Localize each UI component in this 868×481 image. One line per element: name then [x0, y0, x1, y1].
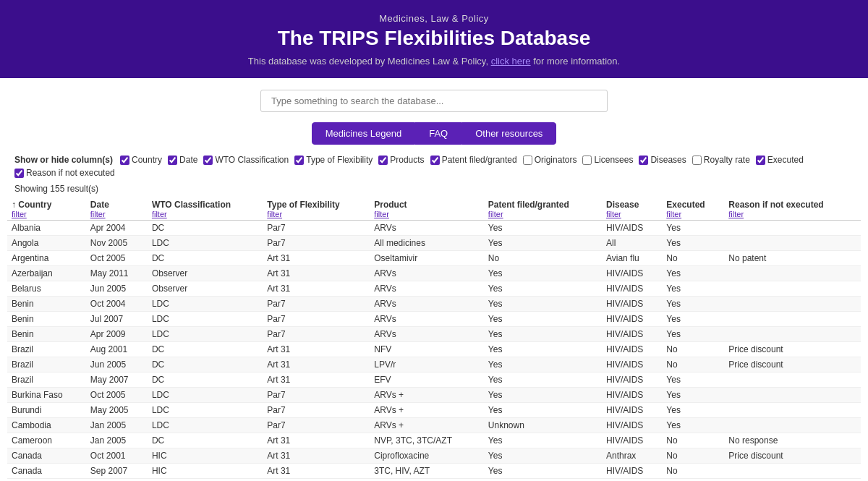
table-cell: ARVs + [370, 388, 484, 403]
table-cell: DC [148, 251, 263, 266]
table-row: BurundiMay 2005LDCPar7ARVs +YesHIV/AIDSY… [7, 403, 861, 418]
table-row: CanadaSep 2007HICArt 313TC, HIV, AZTYesH… [7, 464, 861, 479]
table-cell: Avian flu [602, 251, 662, 266]
table-cell: HIV/AIDS [602, 464, 662, 479]
filter-link-reason-if-not-executed[interactable]: filter [728, 210, 856, 218]
toggle-text-col-licensees: Licensees [594, 155, 633, 165]
table-cell: Oseltamivir [370, 251, 484, 266]
filter-link-executed[interactable]: filter [666, 210, 720, 218]
col-header-patent-filed/granted: Patent filed/grantedfilter [484, 197, 602, 221]
table-cell: Oct 2005 [86, 388, 148, 403]
table-cell: Canada [7, 448, 86, 464]
toggle-checkbox-col-date[interactable] [168, 156, 177, 165]
toggle-text-col-flex: Type of Flexibility [306, 155, 373, 165]
table-cell: May 2011 [86, 266, 148, 281]
toggle-label-col-wto[interactable]: WTO Classification [203, 155, 289, 165]
nav-btn-medicines-legend[interactable]: Medicines Legend [312, 122, 416, 145]
toggle-label-col-products[interactable]: Products [378, 155, 424, 165]
toggle-label-col-patent[interactable]: Patent filed/granted [430, 155, 517, 165]
table-cell: No [662, 251, 724, 266]
toggle-checkbox-col-flex[interactable] [294, 156, 304, 165]
toggle-label-col-executed[interactable]: Executed [756, 155, 804, 165]
filter-link-↑-country[interactable]: filter [12, 210, 82, 218]
col-header-reason-if-not-executed: Reason if not executedfilter [724, 197, 861, 221]
table-cell: ARVs [370, 281, 484, 297]
toggle-checkbox-col-royalty[interactable] [692, 156, 702, 165]
toggle-checkbox-col-licensees[interactable] [582, 156, 592, 165]
toggle-text-col-patent: Patent filed/granted [442, 155, 517, 165]
filter-link-date[interactable]: filter [90, 210, 143, 218]
table-cell: NFV [370, 342, 484, 357]
toggle-label-col-originators[interactable]: Originators [523, 155, 577, 165]
table-cell: Observer [148, 281, 263, 297]
table-cell: Yes [484, 221, 602, 236]
toggle-label-col-date[interactable]: Date [168, 155, 197, 165]
table-cell: Art 31 [263, 448, 370, 464]
table-cell: Yes [662, 418, 724, 433]
toggle-label-col-licensees[interactable]: Licensees [582, 155, 633, 165]
filter-link-patent-filed/granted[interactable]: filter [488, 210, 597, 218]
toggle-checkbox-col-executed[interactable] [756, 156, 765, 165]
toggle-label-col-reason[interactable]: Reason if not executed [14, 168, 115, 178]
column-toggles: Show or hide column(s)CountryDateWTO Cla… [0, 152, 868, 182]
table-cell: LPV/r [370, 357, 484, 373]
table-row: CameroonJan 2005DCArt 31NVP, 3TC, 3TC/AZ… [7, 433, 861, 448]
table-cell: Unknown [484, 418, 602, 433]
table-cell: Yes [662, 373, 724, 388]
filter-link-wto-classification[interactable]: filter [152, 210, 258, 218]
table-cell: Par7 [263, 418, 370, 433]
table-cell: LDC [148, 236, 263, 251]
toggle-checkbox-col-originators[interactable] [523, 156, 532, 165]
table-cell: Oct 2005 [86, 251, 148, 266]
table-cell: LDC [148, 312, 263, 327]
table-cell: No [662, 464, 724, 479]
toggle-label-col-royalty[interactable]: Royalty rate [692, 155, 750, 165]
table-cell: HIV/AIDS [602, 327, 662, 342]
table-cell: HIV/AIDS [602, 373, 662, 388]
table-cell: Cambodia [7, 418, 86, 433]
table-cell: ARVs [370, 327, 484, 342]
toggle-text-col-executed: Executed [767, 155, 804, 165]
filter-link-product[interactable]: filter [374, 210, 480, 218]
table-cell: No patent [724, 251, 861, 266]
table-row: BeninApr 2009LDCPar7ARVsYesHIV/AIDSYes [7, 327, 861, 342]
table-cell: ARVs [370, 297, 484, 312]
table-cell: Oct 2001 [86, 448, 148, 464]
search-input[interactable] [260, 90, 608, 112]
header-description: This database was developed by Medicines… [14, 56, 854, 67]
table-cell: LDC [148, 418, 263, 433]
toggle-checkbox-col-reason[interactable] [14, 169, 24, 178]
toggle-checkbox-col-country[interactable] [120, 156, 129, 165]
table-cell: HIV/AIDS [602, 281, 662, 297]
table-cell: HIV/AIDS [602, 433, 662, 448]
toggle-text-col-date: Date [179, 155, 197, 165]
toggle-label-col-diseases[interactable]: Diseases [639, 155, 686, 165]
table-cell: ARVs + [370, 418, 484, 433]
filter-link-type-of-flexibility[interactable]: filter [267, 210, 365, 218]
header-desc-before: This database was developed by Medicines… [248, 56, 488, 67]
table-cell: Yes [662, 297, 724, 312]
nav-btn-faq[interactable]: FAQ [415, 122, 461, 145]
toggle-checkbox-col-patent[interactable] [430, 156, 440, 165]
table-cell: ARVs [370, 221, 484, 236]
toggle-checkbox-col-wto[interactable] [203, 156, 213, 165]
header-subtitle: Medicines, Law & Policy [14, 13, 854, 24]
table-cell [724, 327, 861, 342]
table-cell [724, 297, 861, 312]
nav-btn-other-resources[interactable]: Other resources [461, 122, 556, 145]
table-cell: Yes [484, 281, 602, 297]
toggle-checkbox-col-products[interactable] [378, 156, 388, 165]
table-cell: Art 31 [263, 251, 370, 266]
toggle-checkbox-col-diseases[interactable] [639, 156, 648, 165]
table-cell: Brazil [7, 357, 86, 373]
table-cell: Par7 [263, 388, 370, 403]
header-link[interactable]: click here [491, 56, 531, 67]
table-cell: NVP, 3TC, 3TC/AZT [370, 433, 484, 448]
table-cell: HIV/AIDS [602, 297, 662, 312]
col-header-disease: Diseasefilter [602, 197, 662, 221]
toggle-label-col-country[interactable]: Country [120, 155, 162, 165]
toggle-text-col-royalty: Royalty rate [704, 155, 750, 165]
toggle-label-col-flex[interactable]: Type of Flexibility [294, 155, 373, 165]
table-cell: Price discount [724, 342, 861, 357]
filter-link-disease[interactable]: filter [606, 210, 658, 218]
